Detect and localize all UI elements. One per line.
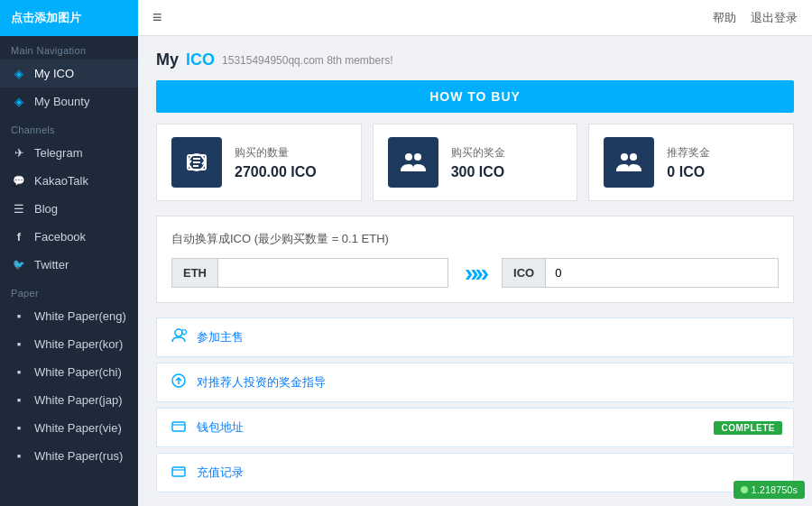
stat-bought-label: 购买的数量 — [235, 145, 317, 161]
stat-referral-label: 推荐奖金 — [667, 145, 710, 161]
action-recharge-text: 充值记录 — [197, 465, 244, 481]
stat-reward-info: 购买的奖金 300 ICO — [451, 145, 505, 180]
sidebar-item-label-wp-chi: White Paper(chi) — [34, 365, 122, 379]
ico-label: ICO — [503, 259, 546, 287]
action-wallet[interactable]: 钱包地址 COMPLETE — [156, 408, 794, 447]
topbar: ≡ 帮助 退出登录 — [138, 0, 812, 36]
sidebar-item-wp-vie[interactable]: ▪ White Paper(vie) — [0, 414, 138, 442]
svg-rect-9 — [172, 422, 185, 431]
sidebar-item-wp-eng[interactable]: ▪ White Paper(eng) — [0, 302, 138, 330]
svg-point-1 — [405, 153, 412, 161]
sidebar-item-label-facebook: Facebook — [34, 230, 86, 244]
sidebar-item-facebook[interactable]: f Facebook — [0, 223, 138, 251]
action-list: 参加主售 对推荐人投资的奖金指导 钱包地址 COMPLETE 充值记录 — [156, 317, 794, 492]
topbar-right: 帮助 退出登录 — [713, 10, 798, 26]
twitter-icon: 🐦 — [11, 259, 27, 271]
sidebar-item-label-wp-eng: White Paper(eng) — [34, 309, 126, 323]
sidebar-item-wp-rus[interactable]: ▪ White Paper(rus) — [0, 442, 138, 470]
stat-card-referral: 推荐奖金 0 ICO — [588, 124, 794, 201]
page-title-ico: ICO — [186, 51, 215, 69]
sidebar-item-label-my-ico: My ICO — [34, 67, 74, 80]
facebook-icon: f — [11, 230, 27, 244]
sidebar-item-label-kakao: KakaoTalk — [34, 174, 88, 188]
eth-label: ETH — [172, 259, 218, 287]
wallet-icon — [170, 418, 188, 437]
telegram-icon: ✈ — [11, 146, 27, 160]
sidebar-item-label-wp-vie: White Paper(vie) — [34, 421, 122, 435]
wp-chi-icon: ▪ — [11, 365, 27, 379]
help-link[interactable]: 帮助 — [713, 10, 736, 26]
kakao-icon: 💬 — [11, 175, 27, 187]
stat-referral-info: 推荐奖金 0 ICO — [667, 145, 710, 180]
sidebar-item-label-wp-kor: White Paper(kor) — [34, 337, 123, 351]
people2-svg — [614, 148, 643, 177]
ico-input[interactable] — [546, 259, 778, 287]
sidebar-logo[interactable]: 点击添加图片 — [0, 0, 138, 36]
sidebar-item-my-ico[interactable]: ◈ My ICO — [0, 60, 138, 87]
referral-guide-icon — [170, 373, 188, 392]
my-ico-icon: ◈ — [11, 67, 27, 80]
performance-value: 1.218750s — [752, 484, 798, 495]
action-join-presale[interactable]: 参加主售 — [156, 317, 794, 357]
sidebar-item-my-bounty[interactable]: ◈ My Bounty — [0, 87, 138, 115]
logout-link[interactable]: 退出登录 — [751, 10, 798, 26]
sidebar-item-label-wp-jap: White Paper(jap) — [34, 393, 123, 407]
sidebar-item-label-telegram: Telegram — [34, 146, 82, 160]
performance-badge: 1.218750s — [734, 481, 805, 499]
wp-vie-icon: ▪ — [11, 421, 27, 435]
bought-svg — [182, 148, 211, 177]
action-join-presale-text: 参加主售 — [197, 329, 244, 345]
stat-reward-value: 300 ICO — [451, 164, 505, 180]
main-content: ≡ 帮助 退出登录 My ICO 15315494950qq.com 8th m… — [138, 0, 812, 506]
channels-section-label: Channels — [0, 115, 138, 139]
stat-referral-value: 0 ICO — [667, 164, 710, 180]
conversion-section: 自动换算成ICO (最少购买数量 = 0.1 ETH) ETH »» ICO — [156, 216, 794, 303]
svg-point-2 — [414, 153, 421, 161]
ico-input-group: ICO — [502, 258, 779, 288]
stat-card-reward: 购买的奖金 300 ICO — [373, 124, 578, 201]
sidebar: 点击添加图片 Main Navigation ◈ My ICO ◈ My Bou… — [0, 0, 138, 506]
page-title-my: My — [156, 51, 179, 69]
recharge-icon — [170, 463, 188, 483]
stat-bought-info: 购买的数量 2700.00 ICO — [235, 145, 317, 180]
page-header: My ICO 15315494950qq.com 8th members! — [156, 51, 794, 69]
people-svg — [399, 148, 428, 177]
content-area: My ICO 15315494950qq.com 8th members! HO… — [138, 36, 812, 506]
stat-bought-icon — [171, 137, 222, 188]
stats-row: 购买的数量 2700.00 ICO 购买的奖金 300 ICO — [156, 124, 794, 201]
performance-dot — [741, 486, 748, 493]
sidebar-item-kakao[interactable]: 💬 KakaoTalk — [0, 167, 138, 195]
stat-reward-label: 购买的奖金 — [451, 145, 505, 161]
sidebar-item-blog[interactable]: ☰ Blog — [0, 195, 138, 223]
page-subtitle: 15315494950qq.com 8th members! — [222, 54, 392, 67]
eth-input-group: ETH — [171, 258, 448, 288]
sidebar-item-wp-chi[interactable]: ▪ White Paper(chi) — [0, 358, 138, 386]
wallet-complete-badge: COMPLETE — [714, 421, 782, 435]
sidebar-item-telegram[interactable]: ✈ Telegram — [0, 139, 138, 167]
topbar-left: ≡ — [152, 8, 162, 27]
paper-section-label: Paper — [0, 279, 138, 302]
sidebar-item-label-twitter: Twitter — [34, 258, 69, 271]
stat-reward-icon — [388, 137, 438, 188]
wp-rus-icon: ▪ — [11, 449, 27, 463]
blog-icon: ☰ — [11, 202, 27, 216]
sidebar-item-wp-jap[interactable]: ▪ White Paper(jap) — [0, 386, 138, 414]
action-referral-guide[interactable]: 对推荐人投资的奖金指导 — [156, 363, 794, 402]
sidebar-item-label-wp-rus: White Paper(rus) — [34, 449, 123, 463]
svg-rect-10 — [172, 467, 185, 476]
conversion-label: 自动换算成ICO (最少购买数量 = 0.1 ETH) — [171, 231, 779, 247]
hamburger-icon[interactable]: ≡ — [152, 8, 162, 27]
join-presale-icon — [170, 327, 188, 347]
sidebar-item-wp-kor[interactable]: ▪ White Paper(kor) — [0, 330, 138, 358]
action-wallet-text: 钱包地址 — [197, 419, 244, 436]
conversion-row: ETH »» ICO — [171, 258, 779, 288]
eth-input[interactable] — [218, 259, 448, 287]
sidebar-item-label-blog: Blog — [34, 202, 58, 216]
svg-point-5 — [175, 329, 182, 336]
how-to-buy-banner[interactable]: HOW TO BUY — [156, 80, 794, 113]
action-recharge[interactable]: 充值记录 — [156, 453, 794, 492]
svg-point-3 — [621, 153, 628, 161]
wp-jap-icon: ▪ — [11, 393, 27, 407]
wp-kor-icon: ▪ — [11, 337, 27, 351]
sidebar-item-twitter[interactable]: 🐦 Twitter — [0, 251, 138, 279]
